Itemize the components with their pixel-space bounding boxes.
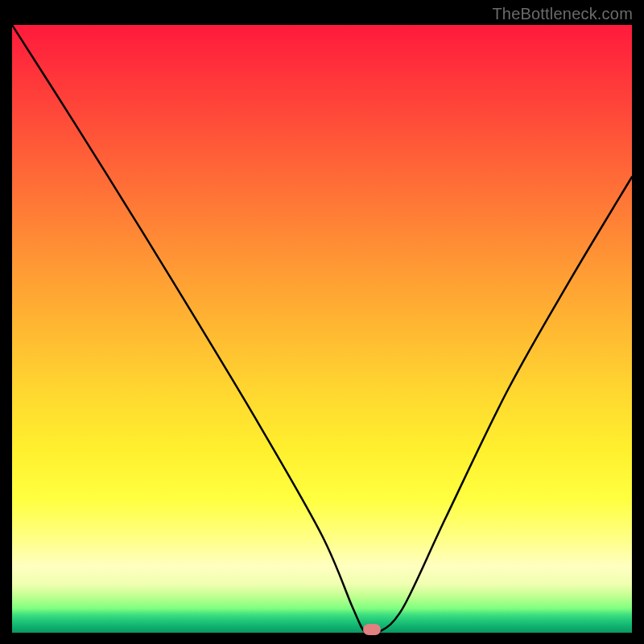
chart-plot-area: [12, 25, 632, 633]
optimal-point-marker: [363, 624, 381, 635]
watermark-text: TheBottleneck.com: [492, 5, 633, 23]
